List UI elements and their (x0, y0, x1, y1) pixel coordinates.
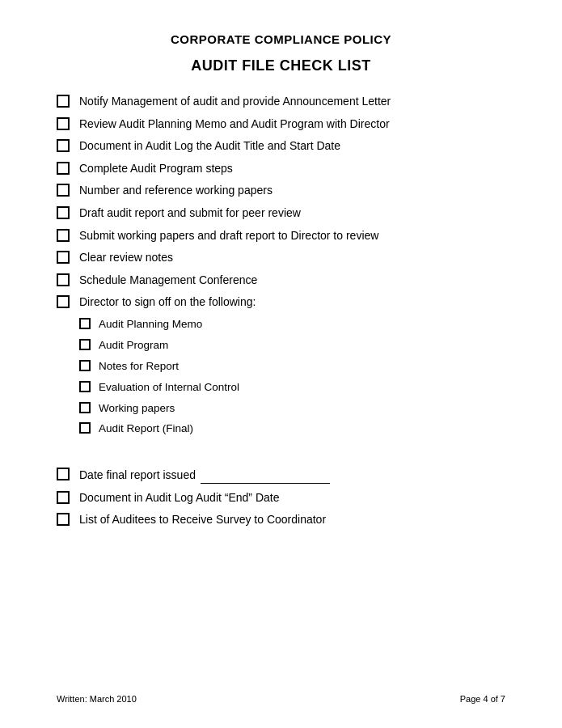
list-item: Audit Program (79, 338, 505, 353)
checkbox-4[interactable] (57, 162, 70, 175)
list-item: Complete Audit Program steps (57, 161, 505, 177)
sub-item-text-1: Audit Planning Memo (99, 317, 202, 332)
list-item: Submit working papers and draft report t… (57, 228, 505, 244)
list-item: Date final report issued (57, 467, 505, 484)
bottom-item-text-1: Date final report issued (79, 467, 330, 484)
bottom-item-text-2: Document in Audit Log Audit “End” Date (79, 490, 279, 506)
list-item: Notes for Report (79, 359, 505, 375)
main-title: CORPORATE COMPLIANCE POLICY (57, 32, 505, 46)
checkbox-1[interactable] (57, 95, 70, 108)
item-text-10: Director to sign off on the following: (79, 294, 256, 311)
checkbox-2[interactable] (57, 117, 70, 130)
sub-checkbox-5[interactable] (79, 402, 91, 413)
bottom-checkbox-2[interactable] (57, 491, 70, 504)
sub-checkbox-6[interactable] (79, 422, 91, 434)
list-item: Document in Audit Log the Audit Title an… (57, 138, 505, 154)
item-text-6: Draft audit report and submit for peer r… (79, 205, 301, 222)
item-text-5: Number and reference working papers (79, 183, 273, 199)
item-text-7: Submit working papers and draft report t… (79, 228, 378, 244)
list-item: List of Auditees to Receive Survey to Co… (57, 512, 505, 528)
checkbox-6[interactable] (57, 206, 70, 219)
item-text-8: Clear review notes (79, 250, 173, 266)
bottom-checkbox-3[interactable] (57, 513, 70, 526)
item-text-4: Complete Audit Program steps (79, 161, 233, 177)
checkbox-3[interactable] (57, 139, 70, 152)
bottom-checkbox-1[interactable] (57, 468, 70, 480)
item-text-1: Notify Management of audit and provide A… (79, 94, 391, 110)
sub-checklist: Audit Planning Memo Audit Program Notes … (79, 317, 505, 437)
list-item: Evaluation of Internal Control (79, 380, 505, 396)
footer-written: Written: March 2010 (57, 694, 137, 704)
list-item: Clear review notes (57, 250, 505, 266)
list-item: Director to sign off on the following: (57, 294, 505, 311)
checkbox-5[interactable] (57, 184, 70, 197)
checkbox-10[interactable] (57, 295, 70, 308)
sub-checkbox-3[interactable] (79, 360, 91, 371)
item-text-3: Document in Audit Log the Audit Title an… (79, 138, 340, 154)
bottom-item-text-3: List of Auditees to Receive Survey to Co… (79, 512, 326, 528)
list-item: Notify Management of audit and provide A… (57, 94, 505, 110)
item-text-9: Schedule Management Conference (79, 273, 257, 289)
footer: Written: March 2010 Page 4 of 7 (0, 694, 562, 704)
sub-item-text-4: Evaluation of Internal Control (99, 380, 239, 396)
sub-title: AUDIT FILE CHECK LIST (57, 57, 505, 74)
page: CORPORATE COMPLIANCE POLICY AUDIT FILE C… (0, 0, 562, 728)
list-item: Audit Report (Final) (79, 421, 505, 437)
list-item: Document in Audit Log Audit “End” Date (57, 490, 505, 506)
checkbox-9[interactable] (57, 273, 70, 286)
footer-page: Page 4 of 7 (460, 694, 505, 704)
checkbox-7[interactable] (57, 229, 70, 242)
sub-item-text-2: Audit Program (99, 338, 168, 353)
sub-item-text-5: Working papers (99, 401, 175, 417)
item-text-2: Review Audit Planning Memo and Audit Pro… (79, 116, 390, 133)
list-item: Schedule Management Conference (57, 273, 505, 289)
sub-checkbox-1[interactable] (79, 318, 91, 329)
list-item: Draft audit report and submit for peer r… (57, 205, 505, 222)
checkbox-8[interactable] (57, 251, 70, 264)
date-line (201, 467, 330, 484)
list-item: Audit Planning Memo (79, 317, 505, 332)
main-checklist: Notify Management of audit and provide A… (57, 94, 505, 311)
sub-item-text-6: Audit Report (Final) (99, 421, 193, 437)
sub-checkbox-2[interactable] (79, 339, 91, 350)
list-item: Working papers (79, 401, 505, 417)
title-section: CORPORATE COMPLIANCE POLICY AUDIT FILE C… (57, 32, 505, 74)
list-item: Number and reference working papers (57, 183, 505, 199)
sub-item-text-3: Notes for Report (99, 359, 179, 375)
bottom-checklist: Date final report issued Document in Aud… (57, 467, 505, 528)
sub-checkbox-4[interactable] (79, 381, 91, 392)
list-item: Review Audit Planning Memo and Audit Pro… (57, 116, 505, 133)
